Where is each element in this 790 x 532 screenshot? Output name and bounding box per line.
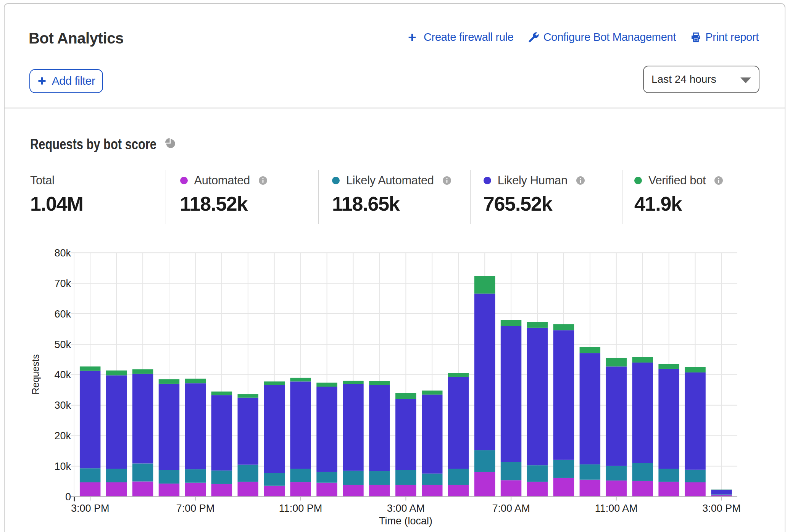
svg-text:3:00 AM: 3:00 AM: [387, 503, 425, 514]
svg-text:7:00 PM: 7:00 PM: [176, 503, 215, 514]
svg-text:60k: 60k: [54, 308, 71, 320]
svg-text:40k: 40k: [54, 369, 71, 380]
svg-text:7:00 AM: 7:00 AM: [492, 503, 530, 514]
svg-text:30k: 30k: [54, 400, 71, 411]
svg-text:50k: 50k: [54, 339, 71, 350]
svg-text:Requests: Requests: [30, 354, 41, 395]
svg-text:11:00 AM: 11:00 AM: [595, 503, 638, 514]
svg-text:3:00 PM: 3:00 PM: [702, 503, 741, 514]
svg-text:3:00 PM: 3:00 PM: [71, 503, 110, 514]
svg-text:11:00 PM: 11:00 PM: [279, 503, 322, 514]
svg-text:0: 0: [65, 491, 71, 503]
svg-text:20k: 20k: [54, 430, 71, 442]
svg-text:Time (local): Time (local): [379, 515, 432, 527]
svg-text:80k: 80k: [54, 247, 71, 259]
svg-text:70k: 70k: [54, 278, 71, 289]
svg-text:10k: 10k: [54, 461, 71, 472]
